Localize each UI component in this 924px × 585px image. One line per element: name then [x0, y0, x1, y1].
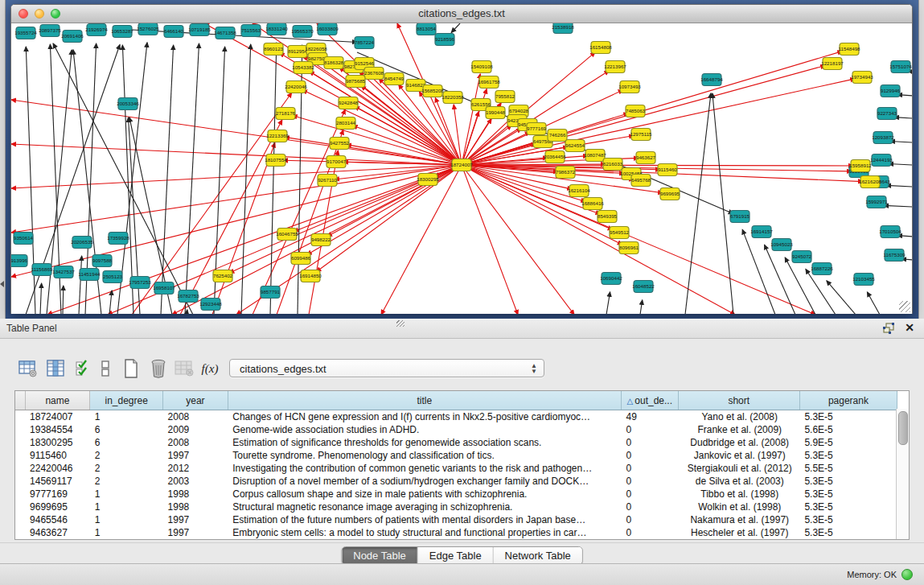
- table-scrollbar-thumb[interactable]: [898, 411, 908, 445]
- table-row[interactable]: 1456911722003Disruption of a novel membe…: [15, 475, 897, 488]
- graph-node[interactable]: 20206535: [71, 237, 93, 249]
- graph-node[interactable]: 20364456: [544, 151, 566, 163]
- column-header-name[interactable]: name: [25, 391, 90, 410]
- graph-node[interactable]: 9242848: [339, 97, 359, 109]
- tab-network-table[interactable]: Network Table: [494, 547, 582, 564]
- graph-node[interactable]: 12975115: [630, 129, 652, 141]
- graph-node[interactable]: 10973493: [618, 81, 641, 93]
- graph-node[interactable]: 3913996: [11, 255, 28, 267]
- graph-node[interactable]: 17957253: [129, 277, 151, 289]
- window-titlebar[interactable]: citations_edges.txt: [11, 5, 912, 23]
- graph-node[interactable]: 15958912: [849, 160, 872, 172]
- graph-node[interactable]: 8096961: [619, 242, 639, 254]
- graph-node[interactable]: 6099486: [291, 253, 311, 265]
- network-canvas[interactable]: 19355724 20897375 20691406 21926974 1065…: [11, 23, 912, 314]
- graph-node[interactable]: 6216033: [603, 159, 623, 171]
- graph-node[interactable]: 18220358: [441, 92, 464, 104]
- graph-node[interactable]: 15992971: [865, 196, 888, 208]
- graph-node[interactable]: 18331240: [265, 23, 288, 35]
- table-select-dropdown[interactable]: citations_edges.txt ▲▼: [229, 359, 544, 377]
- graph-node[interactable]: 2718176: [276, 108, 296, 120]
- graph-node[interactable]: 2505123: [103, 271, 123, 283]
- graph-node[interactable]: 2803144: [336, 117, 356, 130]
- graph-node[interactable]: 11451944: [78, 269, 101, 281]
- graph-node[interactable]: 7857224: [355, 37, 375, 49]
- graph-node[interactable]: 18724007: [450, 159, 473, 171]
- column-header-title[interactable]: title: [228, 391, 621, 410]
- graph-node[interactable]: 20897375: [39, 25, 61, 37]
- graph-node[interactable]: 19355724: [14, 27, 37, 39]
- graph-node[interactable]: 10653287: [111, 26, 133, 38]
- graph-node[interactable]: 746266: [548, 130, 567, 142]
- table-row[interactable]: 977716911998Corpus callosum shape and si…: [15, 488, 897, 501]
- graph-node[interactable]: 10543382: [292, 62, 314, 74]
- graph-node[interactable]: 16914850: [299, 270, 322, 282]
- graph-node[interactable]: 10945023: [770, 239, 793, 251]
- graph-node[interactable]: 16961758: [478, 76, 500, 89]
- row-height-button[interactable]: [93, 356, 117, 381]
- tab-node-table[interactable]: Node Table: [342, 547, 418, 564]
- column-header-out_de[interactable]: △out_de...: [621, 391, 678, 410]
- collapse-left-icon[interactable]: [0, 281, 4, 287]
- panel-divider-grip[interactable]: [396, 320, 405, 327]
- graph-node[interactable]: 8454749: [384, 73, 405, 85]
- graph-node[interactable]: 10719185: [188, 24, 211, 36]
- graph-node[interactable]: 16154808: [589, 42, 612, 54]
- graph-node[interactable]: 11675309: [883, 249, 906, 262]
- graph-node[interactable]: 9699695: [660, 188, 680, 200]
- show-column-button[interactable]: [43, 356, 68, 381]
- function-builder-button[interactable]: f(x): [198, 356, 222, 381]
- memory-ok-indicator[interactable]: [901, 569, 913, 580]
- graph-node[interactable]: 9170047: [326, 156, 347, 168]
- graph-node[interactable]: 12093872: [872, 132, 894, 144]
- column-header-pagerank[interactable]: pagerank: [799, 391, 897, 410]
- graph-node[interactable]: 16216208: [859, 176, 881, 188]
- graph-node[interactable]: 21538918: [552, 23, 574, 34]
- close-panel-icon[interactable]: ✕: [905, 321, 914, 334]
- graph-node[interactable]: 16886416: [581, 198, 604, 210]
- graph-node[interactable]: 9857791: [261, 286, 281, 299]
- graph-node[interactable]: 11156869: [31, 264, 53, 276]
- graph-node[interactable]: 16887226: [811, 263, 833, 275]
- table-row[interactable]: 1872400712008Changes of HCN gene express…: [15, 410, 897, 424]
- graph-node[interactable]: 16046755: [276, 229, 298, 241]
- graph-node[interactable]: 12213967: [604, 61, 626, 73]
- graph-node[interactable]: 7955812: [495, 91, 515, 103]
- table-scrollbar[interactable]: [896, 409, 909, 539]
- column-header-short[interactable]: short: [678, 391, 799, 410]
- graph-node[interactable]: 18107554: [265, 154, 287, 167]
- citation-graph[interactable]: 19355724 20897375 20691406 21926974 1065…: [11, 23, 912, 314]
- graph-node[interactable]: 19734943: [851, 72, 873, 84]
- graph-node[interactable]: 20691406: [61, 31, 84, 43]
- column-header-in_degree[interactable]: in_degree: [90, 391, 163, 410]
- graph-node[interactable]: 9624554: [565, 140, 585, 152]
- column-header-year[interactable]: year: [163, 391, 228, 410]
- graph-node[interactable]: 12923448: [199, 299, 222, 311]
- graph-node[interactable]: 18300295: [417, 174, 439, 186]
- graph-node[interactable]: 9245072: [792, 251, 812, 263]
- table-row[interactable]: 946362711997Embryonic stem cells: a mode…: [15, 526, 897, 539]
- graph-node[interactable]: 13427537: [52, 266, 75, 278]
- graph-node[interactable]: 17010504: [879, 226, 901, 238]
- table-settings-button[interactable]: [16, 356, 40, 381]
- graph-node[interactable]: 14671358: [214, 27, 236, 39]
- tab-edge-table[interactable]: Edge Table: [418, 547, 494, 564]
- graph-node[interactable]: 9463627: [636, 152, 656, 164]
- table-row[interactable]: 1830029562008Estimation of significance …: [15, 436, 897, 449]
- graph-node[interactable]: 9875685: [346, 76, 366, 88]
- graph-node[interactable]: 22420046: [285, 81, 307, 93]
- graph-node[interactable]: 16782753: [177, 290, 199, 303]
- graph-node[interactable]: 16048522: [632, 281, 655, 293]
- graph-node[interactable]: 16648794: [700, 74, 723, 86]
- graph-node[interactable]: 9115460: [658, 164, 677, 176]
- graph-node[interactable]: 16914157: [750, 226, 773, 238]
- graph-node[interactable]: 20053346: [117, 98, 139, 110]
- graph-node[interactable]: 17359928: [107, 233, 129, 245]
- graph-node[interactable]: 15751074: [889, 61, 912, 73]
- graph-node[interactable]: 21926974: [85, 24, 108, 36]
- graph-node[interactable]: 7986372: [556, 167, 576, 179]
- float-panel-icon[interactable]: [882, 322, 895, 335]
- table-row[interactable]: 946554611997Estimation of the future num…: [15, 513, 897, 526]
- graph-node[interactable]: 11548498: [838, 43, 860, 56]
- graph-node[interactable]: 12213369: [266, 130, 289, 142]
